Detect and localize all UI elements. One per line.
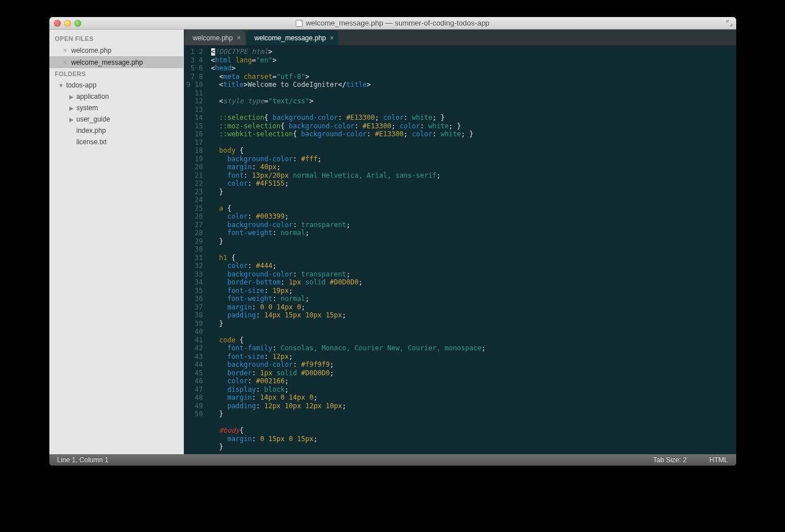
file-name: welcome_message.php <box>72 58 143 66</box>
open-file-item[interactable]: ×welcome_message.php <box>49 56 183 68</box>
title-text: welcome_message.php — summer-of-coding-t… <box>306 19 490 27</box>
document-icon <box>296 20 303 27</box>
chevron-right-icon: ▶ <box>69 105 74 111</box>
chevron-right-icon: ▶ <box>69 116 74 123</box>
close-icon[interactable]: × <box>237 34 241 42</box>
cursor-position[interactable]: Line 1, Column 1 <box>57 456 109 464</box>
minimize-icon[interactable] <box>64 20 71 27</box>
folders-header: FOLDERS <box>49 68 183 79</box>
close-icon[interactable]: × <box>330 34 334 42</box>
window-controls <box>54 20 81 27</box>
chevron-right-icon: ▶ <box>69 94 74 100</box>
item-label: user_guide <box>77 115 110 123</box>
line-gutter: 1 2 3 4 5 6 7 8 9 10 11 12 13 14 15 16 1… <box>184 46 208 454</box>
editor-tab[interactable]: welcome.php× <box>185 30 246 45</box>
file-item[interactable]: index.php <box>49 125 183 136</box>
editor-window: welcome_message.php — summer-of-coding-t… <box>49 17 736 466</box>
folder-label: todos-app <box>66 81 96 89</box>
close-icon[interactable]: × <box>62 58 69 66</box>
item-label: application <box>77 93 109 100</box>
tab-label: welcome_message.php <box>254 34 326 42</box>
chevron-down-icon: ▼ <box>58 82 64 89</box>
tab-bar: welcome.php×welcome_message.php× <box>184 30 736 46</box>
syntax-mode[interactable]: HTML <box>710 456 728 464</box>
titlebar[interactable]: welcome_message.php — summer-of-coding-t… <box>49 17 736 30</box>
close-icon[interactable] <box>54 20 61 27</box>
folder-item[interactable]: ▶user_guide <box>49 114 183 125</box>
tab-size[interactable]: Tab Size: 2 <box>653 456 686 464</box>
sidebar: OPEN FILES ×welcome.php×welcome_message.… <box>49 30 184 454</box>
main-area: OPEN FILES ×welcome.php×welcome_message.… <box>49 30 736 454</box>
open-files-header: OPEN FILES <box>49 33 183 44</box>
code-editor[interactable]: 1 2 3 4 5 6 7 8 9 10 11 12 13 14 15 16 1… <box>184 46 736 454</box>
item-label: license.txt <box>77 138 107 146</box>
maximize-icon[interactable] <box>74 20 81 27</box>
tab-label: welcome.php <box>193 34 233 42</box>
status-bar: Line 1, Column 1 Tab Size: 2 HTML <box>49 454 736 466</box>
open-file-item[interactable]: ×welcome.php <box>49 44 183 56</box>
item-label: system <box>77 104 98 112</box>
window-title: welcome_message.php — summer-of-coding-t… <box>49 19 736 27</box>
folder-root[interactable]: ▼ todos-app <box>49 79 183 91</box>
expand-icon[interactable] <box>726 20 733 27</box>
editor-area: welcome.php×welcome_message.php× 1 2 3 4… <box>184 30 736 454</box>
close-icon[interactable]: × <box>62 46 69 55</box>
file-item[interactable]: license.txt <box>49 136 183 148</box>
folder-item[interactable]: ▶application <box>49 91 183 102</box>
item-label: index.php <box>77 127 106 135</box>
code-content[interactable]: <!DOCTYPE html> <html lang="en"> <head> … <box>208 46 736 454</box>
file-name: welcome.php <box>72 47 112 55</box>
editor-tab[interactable]: welcome_message.php× <box>246 30 338 45</box>
folder-item[interactable]: ▶system <box>49 102 183 114</box>
